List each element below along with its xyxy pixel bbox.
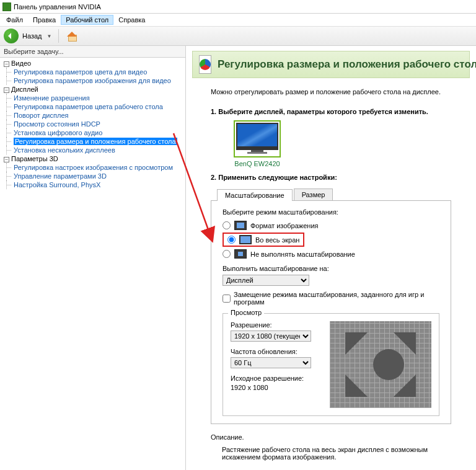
noscale-icon [234,249,247,259]
tree-toggle-icon[interactable]: − [4,157,9,162]
scale-on-label: Выполнить масштабирование на: [223,265,439,272]
tree-item-hdcp[interactable]: Просмотр состояния HDCP [14,120,100,128]
preview-pattern [330,321,431,408]
tree-cat-display[interactable]: Дисплей [11,86,38,93]
monitor-icon [234,120,281,157]
preview-group-title: Просмотр [228,309,264,316]
back-label: Назад [22,32,42,40]
page-header-icon [199,55,211,74]
tab-size[interactable]: Размер [294,188,333,200]
page-title: Регулировка размера и положения рабочего… [218,58,476,71]
tree-item-physx[interactable]: Настройка Surround, PhysX [14,181,100,188]
tree-toggle-icon[interactable]: − [4,61,9,67]
menu-file[interactable]: Файл [1,15,28,25]
title-bar: Панель управления NVIDIA [0,0,476,14]
main-pane: Регулировка размера и положения рабочего… [186,46,476,470]
radio-fullscreen-label: Во весь экран [255,236,299,244]
menu-help[interactable]: Справка [113,15,150,25]
fullscreen-icon [239,235,252,244]
tab-scaling[interactable]: Масштабирование [217,189,293,201]
radio-format-row: Формат изображения [223,221,439,230]
description-text: Растяжение рабочего стола на весь экран … [222,446,451,461]
scale-on-select[interactable]: Дисплей [223,275,309,286]
menu-bar: Файл Правка Рабочий стол Справка [0,14,476,26]
toolbar: Назад ▼ [0,26,476,46]
radio-format-label: Формат изображения [250,222,319,229]
tree-item-video-color[interactable]: Регулировка параметров цвета для видео [14,68,147,76]
menu-edit[interactable]: Правка [28,15,61,25]
native-res-value: 1920 x 1080 [231,384,311,391]
page-intro: Можно отрегулировать размер и положение … [211,88,451,95]
radio-fullscreen[interactable] [227,236,236,244]
radio-fullscreen-row: Во весь экран [223,233,439,247]
app-icon [2,2,11,11]
radio-noscale-label: Не выполнять масштабирование [250,251,355,258]
tree-item-multidisplay[interactable]: Установка нескольких дисплеев [14,146,115,154]
back-dropdown[interactable]: ▼ [46,33,53,39]
preview-group: Просмотр Разрешение: 1920 x 1080 (текуще… [223,313,439,416]
override-games-label: Замещение режима масштабирования, заданн… [234,291,439,306]
refresh-select[interactable]: 60 Гц [231,357,311,368]
tree-item-resolution[interactable]: Изменение разрешения [14,94,90,102]
tree-item-desktop-size[interactable]: Регулировка размера и положения рабочего… [14,138,177,145]
tab-page-scaling: Выберите режим масштабирования: Формат и… [211,201,451,424]
tree-item-desktop-color[interactable]: Регулировка параметров цвета рабочего ст… [14,103,163,110]
refresh-label: Частота обновления: [231,348,311,355]
sidebar: Выберите задачу... −Видео Регулировка па… [0,46,186,470]
home-icon [67,32,77,40]
monitor-label: BenQ EW2420 [229,160,285,167]
resolution-label: Разрешение: [231,321,311,329]
description-header: Описание. [211,433,451,441]
format-icon [234,221,247,230]
tree-cat-3d[interactable]: Параметры 3D [11,155,58,162]
tree-item-rotate[interactable]: Поворот дисплея [14,112,68,119]
radio-noscale-row: Не выполнять масштабирование [223,249,439,259]
tree-item-3d-preview[interactable]: Регулировка настроек изображения с просм… [14,164,173,171]
monitor-selector[interactable]: BenQ EW2420 [229,120,285,167]
tree-item-3d-manage[interactable]: Управление параметрами 3D [14,172,107,180]
task-header: Выберите задачу... [0,46,185,58]
separator [58,29,59,43]
tree-toggle-icon[interactable]: − [4,87,9,93]
step2-title: 2. Применить следующие настройки: [211,174,451,181]
tree-item-audio[interactable]: Установка цифрового аудио [14,129,102,136]
step1-title: 1. Выберите дисплей, параметры которого … [211,108,451,115]
page-header: Регулировка размера и положения рабочего… [192,51,470,78]
scale-mode-label: Выберите режим масштабирования: [223,208,439,216]
resolution-select[interactable]: 1920 x 1080 (текущее) [231,330,311,342]
override-games-checkbox[interactable] [223,295,231,303]
task-tree: −Видео Регулировка параметров цвета для … [0,58,185,190]
tree-cat-video[interactable]: Видео [11,60,31,67]
home-button[interactable] [64,29,79,43]
tree-item-video-image[interactable]: Регулировка параметров изображения для в… [14,77,171,84]
tab-strip: Масштабирование Размер [211,188,451,201]
radio-noscale[interactable] [223,250,231,258]
radio-format[interactable] [223,221,231,229]
window-title: Панель управления NVIDIA [14,3,101,11]
back-button[interactable] [4,29,19,43]
native-res-label: Исходное разрешение: [231,375,311,382]
menu-desktop[interactable]: Рабочий стол [61,15,113,25]
